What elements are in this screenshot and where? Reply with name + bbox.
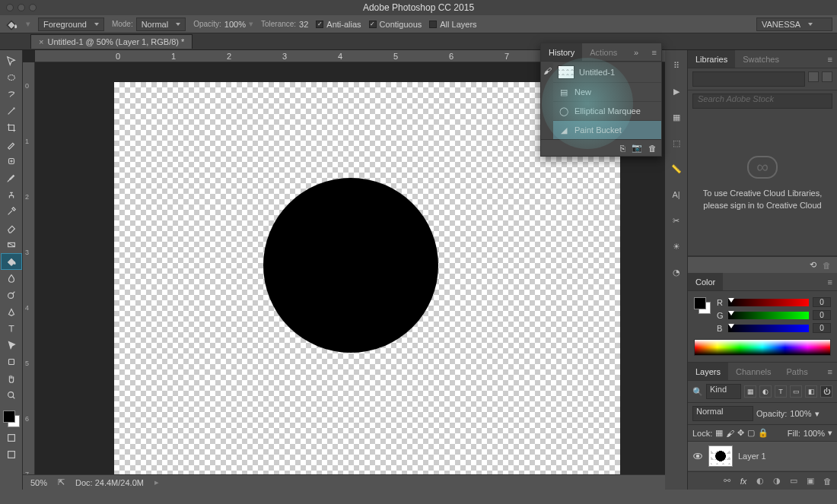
tool-crop[interactable] [2, 120, 21, 135]
layer-blend-mode[interactable]: Normal [692, 406, 753, 421]
layer-filter-kind[interactable]: Kind [706, 384, 741, 399]
tool-lasso[interactable] [2, 87, 21, 102]
character[interactable]: A| [669, 187, 684, 202]
fx-icon[interactable]: fx [738, 476, 749, 487]
share-icon[interactable]: ⇱ [58, 477, 65, 487]
vertical-ruler[interactable]: 012345678 [23, 62, 35, 490]
quick-mask-icon[interactable] [2, 430, 21, 445]
tool-brush[interactable] [2, 170, 21, 185]
new-document-from-state-icon[interactable]: ⎘ [620, 144, 625, 153]
document-tab[interactable]: × Untitled-1 @ 50% (Layer 1, RGB/8) * [30, 34, 193, 49]
panel-menu-icon[interactable]: ≡ [823, 55, 837, 64]
tool-blur[interactable] [2, 271, 21, 286]
tab-actions[interactable]: Actions [582, 43, 625, 61]
tool-magic-wand[interactable] [2, 103, 21, 119]
tab-layers[interactable]: Layers [688, 363, 728, 380]
filter-image-icon[interactable]: ▦ [744, 385, 756, 398]
anti-alias-checkbox[interactable] [316, 21, 323, 28]
screen-mode-icon[interactable] [2, 447, 21, 462]
filter-smart-icon[interactable]: ◧ [805, 385, 817, 398]
ruler[interactable]: 📏 [669, 161, 684, 176]
lock-brush-icon[interactable]: 🖌 [726, 429, 734, 438]
panel-menu-icon[interactable]: ≡ [648, 48, 661, 57]
swatches[interactable]: ▦ [669, 109, 684, 125]
play[interactable]: ▶ [669, 84, 684, 99]
scissors[interactable]: ✂ [669, 213, 684, 228]
library-dropdown[interactable] [692, 71, 805, 87]
lock-artboard-icon[interactable]: ▢ [747, 428, 755, 438]
zoom-level[interactable]: 50% [30, 478, 47, 487]
color-swatch-tool[interactable] [2, 409, 21, 429]
active-tool-icon[interactable] [5, 17, 18, 31]
tool-type[interactable] [2, 321, 21, 336]
cloud-sync-icon[interactable]: ⟲ [810, 260, 816, 270]
blend-mode-dropdown[interactable]: Normal [136, 17, 186, 31]
styles[interactable]: ⬚ [669, 135, 684, 151]
panel-menu-icon[interactable]: ≡ [823, 367, 837, 376]
all-layers-checkbox[interactable] [429, 21, 437, 28]
new-layer-icon[interactable]: ▣ [805, 476, 816, 487]
workspace-dropdown[interactable]: VANESSA [756, 17, 832, 31]
color-ramp[interactable] [694, 339, 831, 356]
tab-channels[interactable]: Channels [728, 363, 778, 380]
layer-thumbnail[interactable] [709, 446, 732, 466]
visibility-icon[interactable] [692, 451, 703, 461]
adjustment-icon[interactable]: ◑ [772, 476, 782, 487]
tab-color[interactable]: Color [688, 273, 723, 290]
history-brush-source-icon[interactable]: 🖌 [543, 66, 552, 75]
contiguous-checkbox[interactable] [369, 21, 377, 28]
layer-opacity[interactable]: 100% [790, 409, 811, 418]
snapshot-icon[interactable]: 📷 [632, 143, 642, 153]
tool-gradient[interactable] [2, 237, 21, 252]
tool-dodge[interactable] [2, 287, 21, 303]
doc-info[interactable]: Doc: 24.4M/24.0M [75, 478, 144, 487]
close-icon[interactable]: × [39, 37, 43, 46]
opacity-value[interactable]: 100% [224, 20, 246, 29]
list-view-icon[interactable] [822, 71, 832, 82]
lock-all-icon[interactable]: 🔒 [758, 428, 769, 438]
link-layers-icon[interactable]: ⚯ [721, 476, 732, 487]
filter-type-icon[interactable]: T [775, 385, 787, 398]
filter-adjustment-icon[interactable]: ◐ [759, 385, 772, 398]
tool-zoom[interactable] [2, 388, 21, 403]
tool-eraser[interactable] [2, 220, 21, 236]
filter-shape-icon[interactable]: ▭ [790, 385, 802, 398]
layer-fill[interactable]: 100% [804, 429, 825, 438]
tool-pen[interactable] [2, 304, 21, 319]
lock-transparency-icon[interactable]: ▦ [715, 428, 723, 438]
tool-paint-bucket[interactable] [2, 254, 21, 269]
tab-paths[interactable]: Paths [779, 363, 816, 380]
tool-clone[interactable] [2, 187, 21, 202]
tab-swatches[interactable]: Swatches [735, 50, 787, 68]
history-panel[interactable]: History Actions » ≡ 🖌 Untitled-1 ▤New◯El… [540, 43, 662, 157]
tool-hand[interactable] [2, 371, 21, 386]
stock-search-input[interactable]: Search Adobe Stock [692, 94, 832, 109]
tool-eyedropper[interactable] [2, 137, 21, 152]
tool-rect-marquee[interactable] [2, 70, 21, 85]
tool-healing[interactable] [2, 154, 21, 169]
filter-toggle-icon[interactable]: ⏻ [820, 385, 832, 398]
tool-path-select[interactable] [2, 338, 21, 353]
mask-icon[interactable]: ◐ [755, 476, 765, 487]
cloud-sync[interactable]: ◔ [669, 265, 684, 280]
lock-position-icon[interactable]: ✥ [737, 428, 744, 438]
history-document-row[interactable]: Untitled-1 [553, 62, 661, 82]
window-controls[interactable] [6, 4, 37, 11]
tab-history[interactable]: History [541, 43, 582, 61]
fill-source-dropdown[interactable]: Foreground [38, 17, 104, 31]
layer-name[interactable]: Layer 1 [738, 452, 766, 461]
layer-row[interactable]: Layer 1 [688, 442, 837, 471]
group-icon[interactable]: ▭ [788, 476, 799, 487]
brush-settings[interactable]: ⠿ [669, 58, 684, 73]
tool-shape[interactable] [2, 354, 21, 369]
trash-icon[interactable]: 🗑 [648, 144, 657, 153]
grid-view-icon[interactable] [808, 71, 819, 82]
history-step[interactable]: ▤New [553, 82, 661, 101]
history-step[interactable]: ◯Elliptical Marquee [553, 101, 661, 120]
trash-icon[interactable]: 🗑 [823, 261, 831, 270]
history-step[interactable]: ◢Paint Bucket [553, 120, 661, 139]
panel-menu-icon[interactable]: ≡ [823, 277, 837, 287]
tool-history-brush[interactable] [2, 204, 21, 219]
adjustments[interactable]: ☀ [669, 239, 684, 254]
color-swatch[interactable] [694, 297, 711, 314]
